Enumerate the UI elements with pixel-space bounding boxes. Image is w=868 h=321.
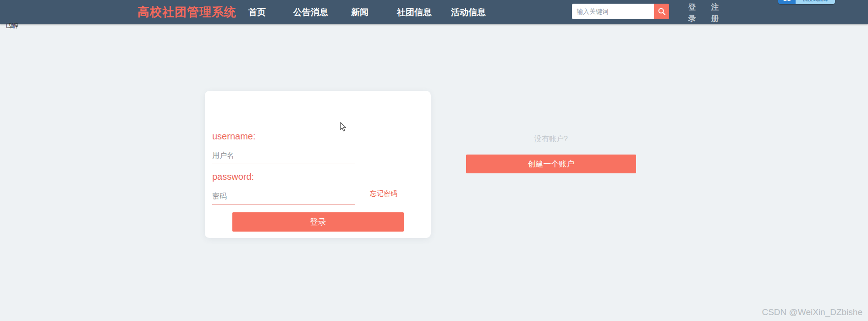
forgot-password-link[interactable]: 忘记密码 (370, 189, 397, 198)
password-input[interactable] (212, 188, 355, 205)
paused-indicator: 已暂停 (6, 22, 17, 30)
mouse-cursor-icon (340, 122, 347, 134)
nav-item-club-info[interactable]: 社团信息 (397, 0, 432, 24)
browser-extension-badge[interactable]: CS 沉浸式翻译 (778, 0, 835, 4)
search-input[interactable] (572, 4, 654, 19)
top-navbar: 高校社团管理系统 首页 公告消息 新闻 社团信息 活动信息 登录 注册 (0, 0, 868, 24)
nav-register-link[interactable]: 注册 (710, 1, 720, 24)
username-input[interactable] (212, 147, 355, 164)
login-button[interactable]: 登录 (232, 212, 404, 232)
search-box (572, 4, 669, 19)
page: 高校社团管理系统 首页 公告消息 新闻 社团信息 活动信息 登录 注册 CS 沉… (0, 0, 868, 321)
nav-item-home[interactable]: 首页 (248, 0, 266, 24)
no-account-text: 没有账户? (466, 134, 636, 144)
extension-badge-label: 沉浸式翻译 (796, 0, 835, 4)
password-label: password: (212, 172, 254, 182)
nav-item-news[interactable]: 新闻 (351, 0, 368, 24)
username-label: username: (212, 131, 256, 142)
brand-title[interactable]: 高校社团管理系统 (137, 0, 236, 24)
nav-item-announcements[interactable]: 公告消息 (293, 0, 328, 24)
search-button[interactable] (654, 4, 669, 19)
create-account-button[interactable]: 创建一个账户 (466, 155, 636, 173)
search-icon (658, 7, 666, 16)
nav-item-activity-info[interactable]: 活动信息 (451, 0, 486, 24)
login-card: username: password: 忘记密码 登录 (205, 91, 431, 238)
extension-badge-icon: CS (778, 0, 796, 4)
watermark-text: CSDN @WeiXin_DZbishe (762, 307, 863, 317)
nav-login-link[interactable]: 登录 (687, 1, 697, 24)
